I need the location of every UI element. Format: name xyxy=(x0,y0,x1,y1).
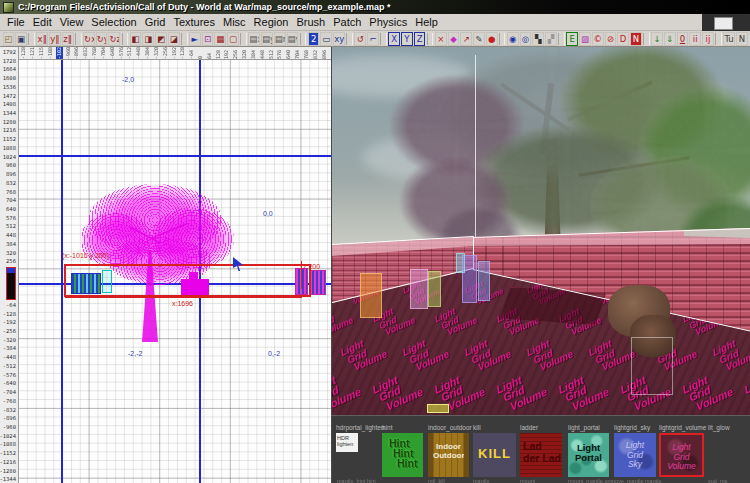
menu-selection[interactable]: Selection xyxy=(87,15,140,29)
menu-help[interactable]: Help xyxy=(411,15,442,29)
texture-label-lightgrid_volume: lightgrid_volume xyxy=(659,424,706,431)
actors2-button[interactable]: ij xyxy=(702,32,714,46)
menu-file[interactable]: File xyxy=(3,15,29,29)
ruler-left-tick: 320 xyxy=(6,249,16,257)
toolbar-separator xyxy=(300,33,306,45)
texture-tile-kill[interactable]: KILL xyxy=(473,433,516,477)
n-button[interactable]: N xyxy=(736,32,748,46)
terrain-button[interactable]: Tu xyxy=(723,32,735,46)
model-box-blue[interactable] xyxy=(478,261,490,301)
texture-rotate-button[interactable]: ▤r xyxy=(274,32,286,46)
model-box-yellow[interactable] xyxy=(427,404,449,413)
detail-button[interactable]: D xyxy=(617,32,629,46)
lock-x-button[interactable]: X xyxy=(388,32,400,46)
texture-view-button[interactable]: ▤v xyxy=(287,32,299,46)
texture-label-lightgrid_sky: lightgrid_sky xyxy=(614,424,650,431)
flip-y-button[interactable]: y‖ xyxy=(49,32,61,46)
model-box-teal[interactable] xyxy=(456,253,465,273)
ruler-top-tick: -448 xyxy=(135,47,142,59)
menu-misc[interactable]: Misc xyxy=(219,15,250,29)
open-button[interactable]: ◰ xyxy=(3,32,15,46)
texture-palette[interactable]: hdrportal_lightenHDRlightenhintHintHintH… xyxy=(331,415,750,483)
toolbar-separator xyxy=(499,33,505,45)
brush-black-left-edge[interactable] xyxy=(6,267,16,300)
edge-button[interactable]: ↗ xyxy=(460,32,472,46)
menu-region[interactable]: Region xyxy=(250,15,293,29)
lock-selection-button[interactable]: ◉ xyxy=(507,32,519,46)
texture-label-partial: mantle_hint hint xyxy=(337,478,376,483)
menu-brush[interactable]: Brush xyxy=(292,15,329,29)
camera-view-button[interactable]: ▭ xyxy=(320,32,332,46)
rotate-y-button[interactable]: ↻y xyxy=(96,32,108,46)
lock-z-button[interactable]: Z xyxy=(414,32,426,46)
select-complete-tall-button[interactable]: ◧ xyxy=(130,32,142,46)
curve-button[interactable]: © xyxy=(592,32,604,46)
ruler-left-tick: 1024 xyxy=(3,153,16,161)
texture-tile-indoor_outdoor[interactable]: IndoorOutdoor xyxy=(428,433,469,477)
dot-button[interactable]: ● xyxy=(486,32,498,46)
brush-pink-striped-2[interactable] xyxy=(309,270,326,295)
menu-patch[interactable]: Patch xyxy=(329,15,365,29)
corner-button[interactable]: ⌐ xyxy=(367,32,379,46)
rotate-z-button[interactable]: ↻z xyxy=(108,32,120,46)
ruler-left-tick: 768 xyxy=(6,188,16,196)
selection-box[interactable] xyxy=(64,264,311,297)
zero-button[interactable]: 0 xyxy=(677,32,689,46)
flow-arrow-button[interactable]: ► xyxy=(189,32,201,46)
region-off-button[interactable]: ▢ xyxy=(227,32,239,46)
texture-tile-ladder[interactable]: Ladder Lad xyxy=(520,433,562,477)
texture-tile-light_portal[interactable]: LightPortal xyxy=(568,433,609,477)
texture-flip-y-button[interactable]: ▤y xyxy=(261,32,273,46)
ruler-top-tick: -1216 xyxy=(29,47,36,59)
flip-x-button[interactable]: x‖ xyxy=(36,32,48,46)
texture-tile-hdrportal_lighten[interactable]: HDRlighten xyxy=(336,433,358,452)
lock-y-button[interactable]: Y xyxy=(401,32,413,46)
texture-flip-x-button[interactable]: ▤x xyxy=(248,32,260,46)
cut-button[interactable]: × xyxy=(435,32,447,46)
zoom-2d-button[interactable]: 2 xyxy=(308,32,320,46)
ruler-left-tick: -576 xyxy=(3,371,16,379)
texture-window-button[interactable]: ▨ xyxy=(579,32,591,46)
grid-block-label: -2,-2 xyxy=(128,350,142,357)
texture-tile-hint[interactable]: HintHintHint xyxy=(382,433,423,477)
vertex-button[interactable]: ◆ xyxy=(448,32,460,46)
model-box-orange[interactable] xyxy=(360,273,382,318)
selection-height-label: z:200 xyxy=(303,263,320,270)
save-button[interactable]: ▣ xyxy=(15,32,27,46)
drop-selected-button[interactable]: ⇓ xyxy=(664,32,676,46)
texture-tile-lightgrid_volume[interactable]: LightGridVolume xyxy=(659,433,704,477)
select-touching-button[interactable]: ◨ xyxy=(142,32,154,46)
flip-z-button[interactable]: z‖ xyxy=(62,32,74,46)
checker-button[interactable]: ▚ xyxy=(532,32,544,46)
ruler-left-tick: 1792 xyxy=(3,48,16,56)
region-on-button[interactable]: ▦ xyxy=(214,32,226,46)
select-partial-tall-button[interactable]: ◩ xyxy=(155,32,167,46)
menu-grid[interactable]: Grid xyxy=(141,15,170,29)
3d-camera-view[interactable]: LightGridVolumeLightGridVolumeLightGridV… xyxy=(331,47,750,415)
xyz-view-button[interactable]: xyz xyxy=(333,32,345,46)
menu-edit[interactable]: Edit xyxy=(29,15,56,29)
menu-view[interactable]: View xyxy=(56,15,88,29)
drop-to-floor-button[interactable]: ↓ xyxy=(651,32,663,46)
ruler-top-tick: 832 xyxy=(312,47,319,59)
model-box-plum[interactable] xyxy=(410,269,428,309)
ruler-left-tick: -1344 xyxy=(0,475,16,483)
model-box-olive[interactable] xyxy=(428,271,441,307)
ghost-button[interactable]: ▞ xyxy=(545,32,557,46)
lock-textures-button[interactable]: ◎ xyxy=(520,32,532,46)
ruler-top-tick: 896 xyxy=(321,47,328,59)
entity-list-button[interactable]: E xyxy=(566,32,578,46)
rotate-x-button[interactable]: ↻x xyxy=(83,32,95,46)
texture-tile-lightgrid_sky[interactable]: LightGridSky xyxy=(614,433,656,477)
draw-button[interactable]: ✎ xyxy=(473,32,485,46)
toolbar-separator xyxy=(643,33,649,45)
nodraw-button[interactable]: N xyxy=(630,32,642,46)
free-rotate-button[interactable]: ↺ xyxy=(354,32,366,46)
menu-physics[interactable]: Physics xyxy=(365,15,411,29)
select-inside-button[interactable]: ◪ xyxy=(168,32,180,46)
menu-textures[interactable]: Textures xyxy=(169,15,219,29)
2d-grid-view[interactable]: (x:-1016 y:200) x:1696 z:200 17921728166… xyxy=(0,47,331,483)
actors-button[interactable]: ii xyxy=(689,32,701,46)
clone-button[interactable]: ⊡ xyxy=(202,32,214,46)
no-curve-button[interactable]: ⊘ xyxy=(605,32,617,46)
